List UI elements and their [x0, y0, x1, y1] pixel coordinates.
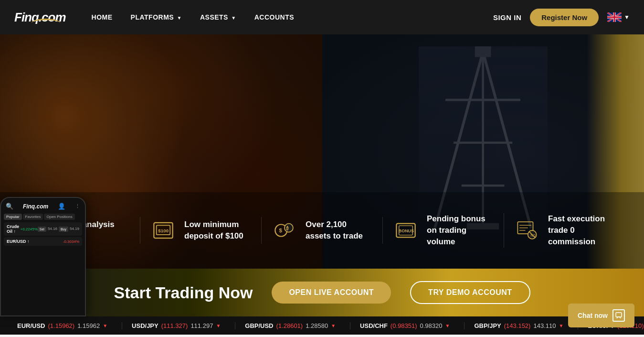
phone-row-crude-oil: Crude Oil ↑ +0.2245% Sel 54.16 Buy 54.19 — [4, 222, 82, 236]
nav-links: HOME PLATFORMS ▼ ASSETS ▼ ACCOUNTS — [85, 10, 493, 25]
ticker-eurusd-arrow: ▼ — [103, 323, 107, 328]
phone-user-icon: 👤 — [58, 203, 65, 210]
deposit-icon: $100 — [150, 217, 177, 244]
no-commission-icon: NO — [514, 217, 540, 244]
svg-rect-30 — [616, 313, 622, 317]
feature-no-commission: NO Fast execution trade 0 commission — [504, 213, 625, 247]
nav-accounts[interactable]: ACCOUNTS — [248, 10, 301, 25]
language-selector[interactable]: ▼ — [607, 12, 630, 22]
sign-in-button[interactable]: SIGN IN — [493, 13, 521, 22]
ticker-usdjpy: USD/JPY (111.327) 111.297 ▼ — [122, 322, 221, 329]
chat-icon — [612, 309, 625, 322]
phone-mockup: 🔍 Finq.com 👤 ⋮ Popular Favorites Open Po… — [0, 197, 86, 316]
ticker-gbpjpy-arrow: ▼ — [559, 323, 563, 328]
feature-assets: $ ₿ Over 2,100 assets to trade — [262, 217, 383, 244]
feature-bonus-text: Pending bonus on trading volume — [427, 213, 494, 247]
svg-rect-9 — [475, 46, 491, 57]
feature-bonus: BONUS Pending bonus on trading volume — [383, 213, 504, 247]
ticker-eurusd: EUR/USD (1.15962) 1.15962 ▼ — [8, 322, 107, 329]
nav-right: SIGN IN Register Now ▼ — [493, 9, 630, 26]
nav-assets[interactable]: ASSETS ▼ — [193, 10, 243, 25]
ticker-gbpjpy: GBP/JPY (143.152) 143.110 ▼ — [464, 322, 563, 329]
svg-text:$: $ — [279, 227, 282, 233]
ticker-gbpusd-arrow: ▼ — [331, 323, 336, 328]
phone-menu-icon: ⋮ — [75, 203, 80, 209]
ticker-usdjpy-arrow: ▼ — [216, 323, 221, 328]
chat-now-button[interactable]: Chat now — [568, 304, 634, 327]
nav-home[interactable]: HOME — [85, 10, 119, 25]
ticker-gbpusd: GBP/USD (1.28601) 1.28580 ▼ — [235, 322, 336, 329]
logo[interactable]: Finq.com — [14, 10, 66, 25]
phone-tab-popular[interactable]: Popular — [4, 214, 22, 220]
phone-tab-positions[interactable]: Open Positions — [44, 214, 74, 220]
register-button[interactable]: Register Now — [530, 9, 599, 26]
nav-platforms[interactable]: PLATFORMS ▼ — [124, 10, 189, 25]
phone-search-icon: 🔍 — [6, 203, 13, 210]
try-demo-account-button[interactable]: TRY DEMO ACCOUNT — [410, 281, 530, 304]
feature-min-deposit: $100 Low minimum deposit of $100 — [140, 217, 262, 244]
ticker-usdchf-arrow: ▼ — [445, 323, 450, 328]
cta-banner: 🔍 Finq.com 👤 ⋮ Popular Favorites Open Po… — [0, 269, 644, 316]
feature-no-commission-text: Fast execution trade 0 commission — [548, 213, 615, 247]
hero-section: Free analysis tools $100 Low minimum dep… — [0, 34, 644, 269]
phone-row-eurusd: EUR/USD ↑ -0.3034% — [4, 237, 82, 246]
ticker-usdchf: USD/CHF (0.98351) 0.98320 ▼ — [350, 322, 450, 329]
svg-text:$100: $100 — [158, 228, 169, 233]
navbar: Finq.com HOME PLATFORMS ▼ ASSETS ▼ ACCOU… — [0, 0, 644, 34]
cta-title: Start Trading Now — [114, 283, 253, 302]
feature-assets-text: Over 2,100 assets to trade — [306, 219, 373, 242]
feature-min-deposit-text: Low minimum deposit of $100 — [184, 219, 252, 242]
features-bar: Free analysis tools $100 Low minimum dep… — [0, 192, 644, 269]
svg-text:BONUS: BONUS — [399, 228, 414, 233]
phone-tab-favorites[interactable]: Favorites — [23, 214, 43, 220]
bonus-icon: BONUS — [392, 217, 419, 244]
ticker-bar: EUR/USD (1.15962) 1.15962 ▼ USD/JPY (111… — [0, 316, 644, 335]
svg-point-18 — [285, 224, 293, 232]
logo-text: Finq.com — [14, 10, 66, 24]
uk-flag-icon — [607, 12, 622, 22]
open-live-account-button[interactable]: OPEN LIVE ACCOUNT — [272, 282, 391, 304]
assets-dropdown-arrow: ▼ — [231, 15, 236, 21]
platforms-dropdown-arrow: ▼ — [177, 15, 182, 21]
coins-icon: $ ₿ — [271, 217, 298, 244]
phone-logo: Finq.com — [23, 203, 48, 210]
language-dropdown-arrow: ▼ — [624, 14, 630, 21]
chat-now-label: Chat now — [578, 312, 608, 319]
svg-text:NO: NO — [530, 233, 536, 237]
